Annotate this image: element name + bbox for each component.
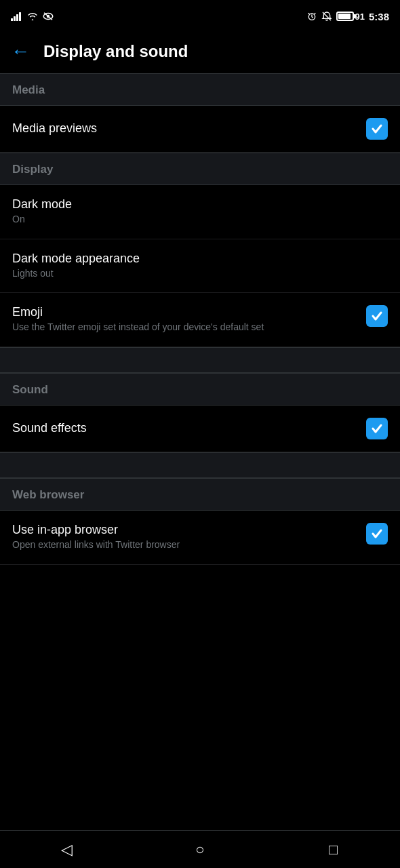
setting-row-dark-mode[interactable]: Dark mode On <box>0 185 400 239</box>
svg-rect-0 <box>11 18 13 21</box>
section-header-web-browser: Web browser <box>0 478 400 511</box>
setting-title-in-app-browser: Use in-app browser <box>12 523 355 537</box>
section-header-media: Media <box>0 73 400 106</box>
setting-subtitle-in-app-browser: Open external links with Twitter browser <box>12 538 355 552</box>
setting-subtitle-dark-mode-appearance: Lights out <box>12 267 377 281</box>
checkbox-media-previews[interactable] <box>366 118 388 140</box>
setting-title-dark-mode: Dark mode <box>12 197 377 212</box>
status-time: 5:38 <box>369 11 389 22</box>
svg-rect-2 <box>16 14 18 21</box>
svg-rect-3 <box>19 12 21 21</box>
status-bar: 91 5:38 <box>0 0 400 30</box>
notification-muted-icon <box>321 11 332 22</box>
status-left <box>11 12 54 21</box>
bottom-navigation: ◁ ○ □ <box>0 830 400 868</box>
setting-title-emoji: Emoji <box>12 305 355 319</box>
setting-title-dark-mode-appearance: Dark mode appearance <box>12 252 377 266</box>
setting-subtitle-dark-mode: On <box>12 213 377 226</box>
checkbox-sound-effects[interactable] <box>366 418 388 439</box>
settings-content: Media Media previews Display Dark mode O… <box>0 73 400 612</box>
page-header: ← Display and sound <box>0 30 400 73</box>
wifi-icon <box>26 12 39 21</box>
setting-row-media-previews[interactable]: Media previews <box>0 106 400 153</box>
nav-back-button[interactable]: ◁ <box>46 836 87 863</box>
nav-recents-button[interactable]: □ <box>313 836 354 863</box>
setting-row-sound-effects[interactable]: Sound effects <box>0 406 400 452</box>
alarm-icon <box>306 11 317 22</box>
status-right: 91 5:38 <box>306 11 390 22</box>
eye-icon <box>42 12 54 21</box>
battery-indicator: 91 <box>336 12 365 22</box>
setting-text-emoji: Emoji Use the Twitter emoji set instead … <box>12 305 366 334</box>
battery-level: 91 <box>355 12 365 22</box>
spacer-sound <box>0 347 400 373</box>
signal-icon <box>11 12 23 21</box>
spacer-web <box>0 452 400 478</box>
setting-title-media-previews: Media previews <box>12 121 355 136</box>
section-header-display: Display <box>0 153 400 185</box>
setting-text-dark-mode: Dark mode On <box>12 197 388 226</box>
setting-row-in-app-browser[interactable]: Use in-app browser Open external links w… <box>0 511 400 565</box>
section-header-sound: Sound <box>0 373 400 406</box>
checkbox-in-app-browser[interactable] <box>366 523 388 545</box>
setting-text-media-previews: Media previews <box>12 121 366 137</box>
setting-subtitle-emoji: Use the Twitter emoji set instead of you… <box>12 321 355 334</box>
setting-text-dark-mode-appearance: Dark mode appearance Lights out <box>12 252 388 281</box>
setting-row-emoji[interactable]: Emoji Use the Twitter emoji set instead … <box>0 293 400 347</box>
nav-home-button[interactable]: ○ <box>180 836 220 863</box>
page-title: Display and sound <box>43 42 188 61</box>
setting-text-in-app-browser: Use in-app browser Open external links w… <box>12 523 366 552</box>
checkbox-emoji[interactable] <box>366 305 388 327</box>
setting-row-dark-mode-appearance[interactable]: Dark mode appearance Lights out <box>0 239 400 294</box>
svg-rect-1 <box>14 16 16 21</box>
setting-text-sound-effects: Sound effects <box>12 421 366 437</box>
back-button[interactable]: ← <box>11 42 30 61</box>
setting-title-sound-effects: Sound effects <box>12 421 355 435</box>
